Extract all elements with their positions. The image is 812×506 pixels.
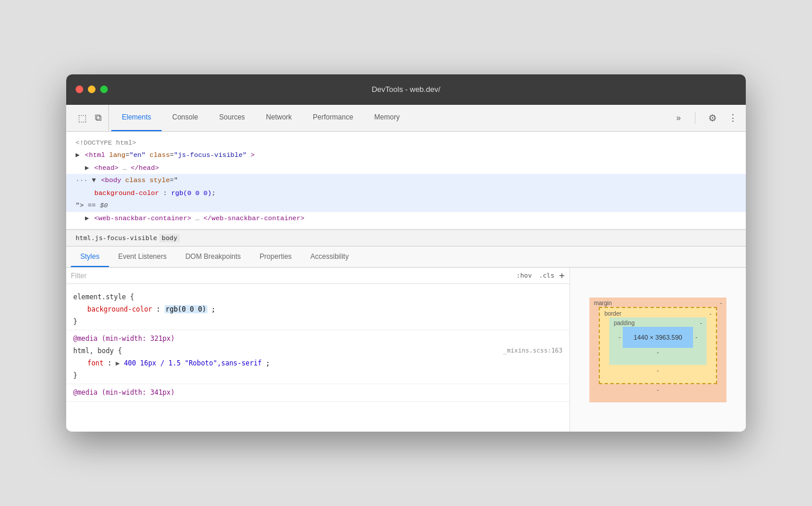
- device-icon[interactable]: ⧉: [93, 110, 104, 125]
- tab-performance[interactable]: Performance: [302, 105, 364, 131]
- padding-value: -: [700, 320, 702, 326]
- element-style-property[interactable]: background-color : rgb(0 0 0) ;: [73, 303, 562, 316]
- media-at-rule-2: @media (min-width: 341px): [73, 387, 562, 399]
- settings-icon[interactable]: ⚙: [705, 110, 720, 126]
- minimize-button[interactable]: [88, 86, 95, 93]
- snackbar-line[interactable]: ▶ <web-snackbar-container> … </web-snack…: [66, 212, 746, 225]
- box-dimensions: 1440 × 3963.590: [634, 334, 683, 341]
- elements-panel: <!DOCTYPE html> ▶ <html lang="en" class=…: [66, 132, 746, 432]
- expand-arrow: ▶: [85, 214, 89, 222]
- css-rules: element.style { background-color : rgb(0…: [66, 284, 569, 406]
- box-model-panel: margin - border - padding -: [570, 268, 746, 432]
- media-at-rule: @media (min-width: 321px): [73, 333, 562, 345]
- left-dash: -: [619, 334, 620, 340]
- tab-console[interactable]: Console: [162, 105, 209, 131]
- more-options-icon[interactable]: ⋮: [725, 110, 741, 126]
- subtab-properties[interactable]: Properties: [250, 247, 301, 267]
- body-open-line[interactable]: ··· ▼ <body class style=": [66, 174, 746, 187]
- box-border: border - padding - - 1440 × 3963.: [599, 307, 718, 384]
- body-style-line: background-color : rgb(0 0 0);: [66, 187, 746, 200]
- box-content: 1440 × 3963.590: [623, 327, 693, 348]
- html-tree: <!DOCTYPE html> ▶ <html lang="en" class=…: [66, 132, 746, 230]
- expand-arrow: ▶: [85, 164, 89, 172]
- close-button[interactable]: [76, 86, 83, 93]
- media-selector-line: html, body { _mixins.scss:163: [73, 345, 562, 357]
- css-panel: :hov .cls + element.style { background-c…: [66, 268, 570, 432]
- tab-elements[interactable]: Elements: [111, 105, 162, 131]
- tab-bar-divider: [695, 112, 695, 124]
- tab-overflow-button[interactable]: »: [671, 111, 685, 125]
- content-row: - 1440 × 3963.590 -: [619, 327, 698, 348]
- body-eq-line: "> == $0: [66, 199, 746, 212]
- tab-network[interactable]: Network: [255, 105, 302, 131]
- cursor-icon[interactable]: ⬚: [76, 110, 89, 126]
- breadcrumb-html[interactable]: html.js-focus-visible: [76, 234, 157, 242]
- media-rule: @media (min-width: 321px) html, body { _…: [66, 330, 569, 384]
- tab-sources[interactable]: Sources: [209, 105, 255, 131]
- expand-arrow: ▶: [76, 151, 80, 159]
- body-expand-arrow: ▼: [92, 176, 96, 184]
- maximize-button[interactable]: [100, 86, 108, 93]
- cls-button[interactable]: .cls: [537, 271, 557, 281]
- box-padding: padding - - 1440 × 3963.590 -: [609, 317, 707, 365]
- font-property[interactable]: font : ▶ 400 16px / 1.5 "Roboto",sans-se…: [73, 357, 562, 370]
- box-margin: margin - border - padding -: [589, 298, 727, 402]
- traffic-lights: [76, 86, 108, 93]
- margin-value: -: [720, 300, 722, 306]
- head-line[interactable]: ▶ <head> … </head>: [66, 162, 746, 175]
- padding-label: padding: [614, 320, 635, 326]
- right-dash: -: [695, 334, 697, 340]
- filter-bar: :hov .cls +: [66, 268, 569, 284]
- doctype-line: <!DOCTYPE html>: [66, 136, 746, 149]
- margin-bottom-dash: -: [599, 387, 718, 393]
- sub-tabs: Styles Event Listeners DOM Breakpoints P…: [66, 247, 746, 268]
- element-style-rule: element.style { background-color : rgb(0…: [66, 289, 569, 330]
- tab-memory[interactable]: Memory: [364, 105, 410, 131]
- element-style-close: }: [73, 316, 562, 328]
- margin-label: margin: [594, 300, 612, 306]
- subtab-accessibility[interactable]: Accessibility: [301, 247, 358, 267]
- devtools-window: DevTools - web.dev/ ⬚ ⧉ Elements Console…: [66, 74, 746, 432]
- filter-buttons: :hov .cls +: [514, 270, 565, 281]
- tab-bar-right: » ⚙ ⋮: [671, 105, 741, 131]
- html-tag-line[interactable]: ▶ <html lang="en" class="js-focus-visibl…: [66, 149, 746, 162]
- media-rule-2: @media (min-width: 341px): [66, 384, 569, 402]
- box-model: margin - border - padding -: [589, 298, 727, 402]
- window-title: DevTools - web.dev/: [371, 85, 440, 94]
- subtab-dom-breakpoints[interactable]: DOM Breakpoints: [176, 247, 250, 267]
- border-value: -: [709, 310, 711, 317]
- tab-bar: ⬚ ⧉ Elements Console Sources Network Per…: [66, 105, 746, 132]
- styles-content: :hov .cls + element.style { background-c…: [66, 268, 746, 432]
- hov-button[interactable]: :hov: [514, 271, 534, 281]
- border-bottom-dash: -: [609, 367, 707, 374]
- border-label: border: [605, 310, 622, 317]
- title-bar: DevTools - web.dev/: [66, 74, 746, 105]
- subtab-event-listeners[interactable]: Event Listeners: [109, 247, 176, 267]
- breadcrumb: html.js-focus-visible body: [66, 230, 746, 247]
- breadcrumb-body[interactable]: body: [159, 234, 180, 242]
- add-style-button[interactable]: +: [559, 270, 565, 281]
- padding-bottom-dash: -: [619, 349, 698, 355]
- element-style-selector: element.style {: [73, 291, 562, 303]
- devtools-icons: ⬚ ⧉: [71, 105, 109, 131]
- filter-input[interactable]: [71, 272, 509, 280]
- media-close: }: [73, 370, 562, 382]
- subtab-styles[interactable]: Styles: [71, 247, 109, 267]
